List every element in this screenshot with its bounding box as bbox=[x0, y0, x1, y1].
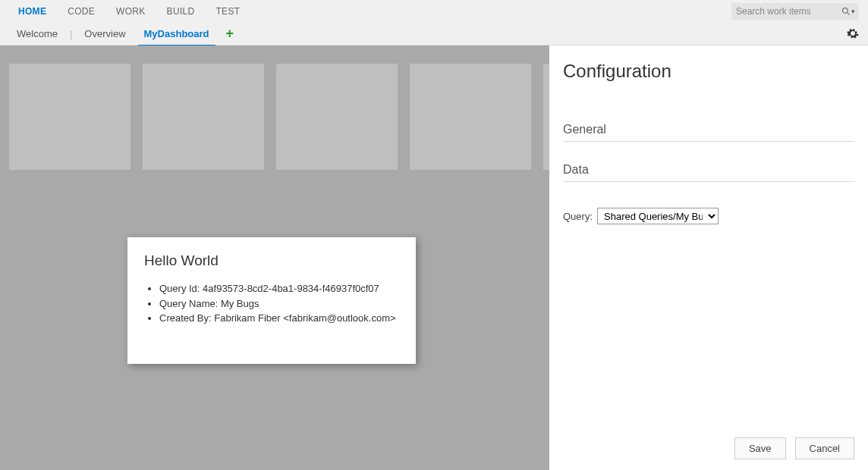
add-dashboard-button[interactable]: + bbox=[219, 24, 242, 43]
widget-info-item: Query Name: My Bugs bbox=[159, 296, 399, 312]
query-field-row: Query: Shared Queries/My Bugs bbox=[563, 208, 854, 224]
svg-line-1 bbox=[848, 13, 850, 15]
dashboard-tile[interactable] bbox=[143, 64, 264, 170]
widget-title: Hello World bbox=[144, 252, 399, 269]
subnav-overview[interactable]: Overview bbox=[75, 24, 134, 44]
nav-code[interactable]: CODE bbox=[57, 2, 105, 21]
gear-icon[interactable] bbox=[847, 27, 859, 42]
save-button[interactable]: Save bbox=[734, 437, 786, 459]
dashboard-tile[interactable] bbox=[410, 64, 531, 170]
sub-nav-bar: Welcome | Overview MyDashboard + bbox=[0, 23, 868, 45]
search-icon[interactable]: ▾ bbox=[838, 3, 859, 20]
nav-test[interactable]: TEST bbox=[205, 2, 250, 21]
query-select[interactable]: Shared Queries/My Bugs bbox=[597, 208, 719, 224]
main-area: Hello World Query Id: 4af93573-8cd2-4ba1… bbox=[0, 45, 868, 470]
subnav-welcome[interactable]: Welcome bbox=[8, 24, 67, 44]
config-title: Configuration bbox=[563, 61, 854, 82]
separator: | bbox=[67, 28, 75, 39]
widget-info-item: Created By: Fabrikam Fiber <fabrikam@out… bbox=[159, 311, 399, 326]
nav-work[interactable]: WORK bbox=[105, 2, 156, 21]
top-nav-bar: HOME CODE WORK BUILD TEST ▾ bbox=[0, 0, 868, 23]
cancel-button[interactable]: Cancel bbox=[795, 437, 854, 459]
magnifier-icon bbox=[841, 7, 851, 16]
section-data[interactable]: Data bbox=[563, 163, 854, 182]
section-general[interactable]: General bbox=[563, 123, 854, 142]
chevron-down-icon: ▾ bbox=[851, 8, 855, 15]
svg-point-0 bbox=[843, 8, 848, 14]
nav-home[interactable]: HOME bbox=[8, 2, 57, 21]
hello-world-widget: Hello World Query Id: 4af93573-8cd2-4ba1… bbox=[127, 237, 416, 364]
dashboard-canvas: Hello World Query Id: 4af93573-8cd2-4ba1… bbox=[0, 45, 549, 470]
panel-footer: Save Cancel bbox=[734, 437, 854, 459]
top-nav: HOME CODE WORK BUILD TEST bbox=[8, 2, 250, 21]
configuration-panel: Configuration General Data Query: Shared… bbox=[549, 45, 868, 470]
dashboard-tile[interactable] bbox=[276, 64, 398, 170]
search-input[interactable] bbox=[731, 3, 838, 20]
widget-info-list: Query Id: 4af93573-8cd2-4ba1-9834-f46937… bbox=[144, 281, 399, 326]
search-box: ▾ bbox=[731, 3, 859, 20]
widget-info-item: Query Id: 4af93573-8cd2-4ba1-9834-f46937… bbox=[159, 281, 399, 296]
query-label: Query: bbox=[563, 211, 593, 222]
subnav-mydashboard[interactable]: MyDashboard bbox=[135, 24, 219, 44]
dashboard-tile[interactable] bbox=[543, 64, 549, 170]
dashboard-tile[interactable] bbox=[9, 64, 131, 170]
nav-build[interactable]: BUILD bbox=[156, 2, 206, 21]
